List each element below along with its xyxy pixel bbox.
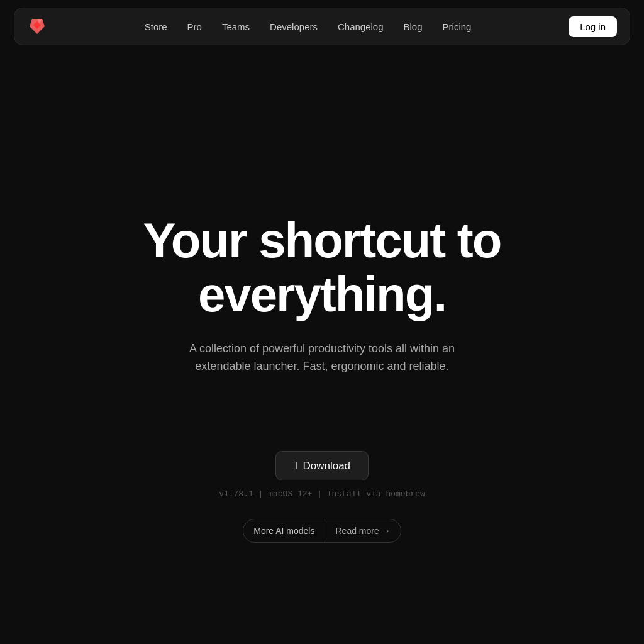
login-button[interactable]: Log in	[569, 16, 617, 37]
hero-section: Your shortcut to everything. A collectio…	[0, 0, 644, 580]
nav-developers[interactable]: Developers	[261, 18, 326, 36]
hero-subtitle: A collection of powerful productivity to…	[171, 340, 473, 376]
nav-pricing[interactable]: Pricing	[434, 18, 480, 36]
hero-title: Your shortcut to everything.	[143, 214, 501, 322]
homebrew-label: Install via homebrew	[327, 489, 425, 499]
logo[interactable]	[27, 16, 47, 36]
download-button[interactable]:  Download	[275, 451, 369, 480]
nav-links: Store Pro Teams Developers Changelog Blo…	[136, 18, 480, 36]
ai-pill-right-label: Read more →	[325, 521, 400, 541]
nav-changelog[interactable]: Changelog	[329, 18, 392, 36]
arrow-icon: →	[382, 526, 391, 536]
separator1: |	[258, 489, 269, 499]
navbar: Store Pro Teams Developers Changelog Blo…	[14, 8, 630, 45]
nav-blog[interactable]: Blog	[395, 18, 431, 36]
apple-icon: 	[294, 459, 298, 472]
ai-pill-left-label: More AI models	[243, 521, 325, 541]
nav-pro[interactable]: Pro	[179, 18, 211, 36]
separator2: |	[317, 489, 327, 499]
os-requirement: macOS 12+	[268, 489, 312, 499]
download-label: Download	[303, 460, 350, 472]
version-info: v1.78.1 | macOS 12+ | Install via homebr…	[219, 489, 425, 499]
nav-store[interactable]: Store	[136, 18, 176, 36]
ai-models-pill[interactable]: More AI models Read more →	[243, 519, 401, 543]
download-section:  Download v1.78.1 | macOS 12+ | Install…	[219, 451, 425, 543]
version-number: v1.78.1	[219, 489, 253, 499]
nav-teams[interactable]: Teams	[213, 18, 258, 36]
